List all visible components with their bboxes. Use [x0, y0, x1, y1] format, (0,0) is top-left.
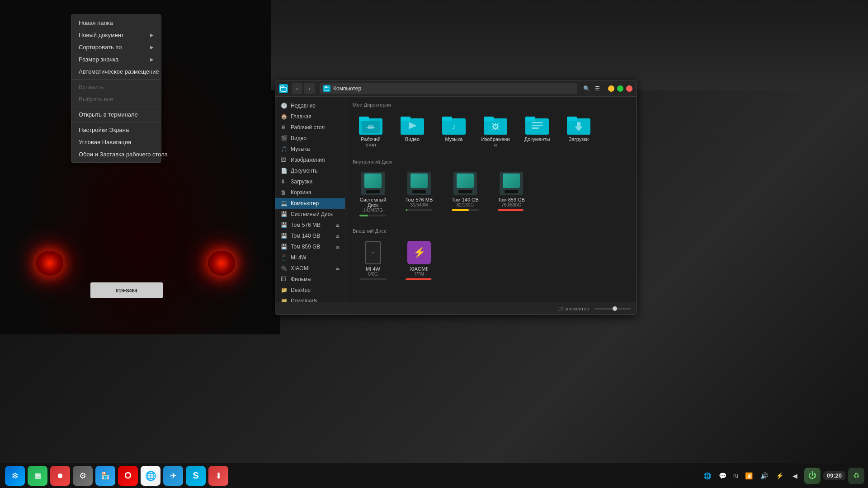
disk-system[interactable]: Системный Диск 143/457G — [353, 169, 393, 219]
sidebar-item-computer[interactable]: 💻 Компьютер — [275, 198, 345, 209]
address-bar[interactable]: Компьютер — [320, 83, 577, 94]
context-divider-3 — [71, 122, 161, 122]
license-plate: 019•S464 — [90, 282, 163, 298]
recorder-icon: ⏺ — [57, 472, 64, 480]
eject-icon[interactable]: ⏏ — [335, 266, 340, 271]
section-title-external: Внешний Диск — [353, 228, 629, 234]
context-sort-by[interactable]: Сортировать по ▶ — [71, 41, 161, 53]
telegram-icon: ✈ — [170, 471, 177, 481]
deepin-icon: ❄ — [11, 470, 19, 481]
usb-icon: ⚡ — [407, 241, 431, 264]
computer-icon: 💻 — [281, 200, 287, 206]
sidebar-item-vol-140[interactable]: 💾 Том 140 GB ⏏ — [275, 230, 345, 241]
sidebar-item-downloads[interactable]: ⬇ Загрузки — [275, 176, 345, 187]
tray-power-button[interactable]: ⏻ — [804, 468, 821, 484]
sidebar-item-vol-576[interactable]: 💾 Том 576 MB ⏏ — [275, 220, 345, 230]
context-corner-nav[interactable]: Угловая Навигация — [71, 136, 161, 148]
section-title-internal: Внутренний Диск — [353, 159, 629, 164]
sidebar-item-documents[interactable]: 📄 Документы — [275, 165, 345, 176]
sidebar-item-music[interactable]: 🎵 Музыка — [275, 144, 345, 155]
disk-vol859-icon — [500, 172, 523, 195]
taskbar-skype[interactable]: S — [186, 466, 206, 486]
disk-vol576[interactable]: Том 576 MB 31/549M — [399, 169, 439, 219]
folder-music[interactable]: ♪ Музыка — [436, 112, 472, 150]
context-display-settings[interactable]: Настройки Экрана — [71, 124, 161, 136]
svg-text:♪: ♪ — [452, 122, 456, 131]
tray-back[interactable]: ◀ — [789, 469, 802, 482]
disk-vol576-icon — [407, 172, 431, 195]
context-new-document[interactable]: Новый документ ▶ — [71, 29, 161, 41]
window-close-button[interactable] — [626, 85, 632, 92]
tray-bluetooth[interactable]: ⚡ — [774, 469, 786, 482]
clock-icon: 🕐 — [281, 103, 287, 109]
folder-images[interactable]: 🖼 Изображения — [477, 112, 514, 150]
svg-rect-8 — [368, 125, 373, 129]
tray-volume[interactable]: 🔊 — [758, 469, 771, 482]
nav-forward-button[interactable]: › — [304, 83, 315, 94]
submenu-arrow: ▶ — [150, 57, 154, 62]
context-new-folder[interactable]: Новая папка — [71, 17, 161, 29]
taskbar-telegram[interactable]: ✈ — [163, 466, 183, 486]
window-maximize-button[interactable] — [617, 85, 623, 92]
address-text: Компьютер — [333, 85, 361, 92]
context-icon-size[interactable]: Размер значка ▶ — [71, 53, 161, 66]
device-mi4w[interactable]: MI 4W 0/0G — [353, 238, 393, 283]
sidebar-item-system-disk[interactable]: 💾 Системный Диск — [275, 209, 345, 220]
eject-icon[interactable]: ⏏ — [335, 223, 340, 228]
folder-documents[interactable]: Документы — [519, 112, 555, 150]
eject-icon[interactable]: ⏏ — [335, 244, 340, 249]
taskbar-file-manager[interactable]: ▦ — [28, 466, 47, 486]
disk-vol140-icon — [453, 172, 477, 195]
context-wallpaper[interactable]: Обои и Заставка рабочего стола — [71, 148, 161, 160]
tray-globe[interactable]: 🌐 — [701, 469, 713, 482]
download-icon: ⬇ — [281, 178, 287, 185]
disk-icon: 💾 — [281, 222, 287, 228]
tray-recycle[interactable]: ♻ — [848, 468, 864, 484]
disk-vol859[interactable]: Том 859 GB 750/800G — [491, 169, 532, 219]
context-auto-arrange[interactable]: Автоматическое размещение — [71, 66, 161, 78]
search-button[interactable]: 🔍 — [581, 83, 592, 94]
device-mi4w-progress — [359, 278, 387, 280]
sidebar-item-xiaomi[interactable]: 🔌 XIAOMI ⏏ — [275, 263, 345, 274]
eject-icon[interactable]: ⏏ — [335, 234, 340, 239]
taskbar-opera[interactable]: O — [118, 466, 138, 486]
folder-desktop[interactable]: Рабочий стол — [353, 112, 389, 150]
tray-lang[interactable]: ru — [731, 473, 740, 479]
context-select-all: Выбрать все — [71, 93, 161, 105]
sidebar-item-mi4w[interactable]: 📱 MI 4W — [275, 252, 345, 263]
sidebar-item-vol-859[interactable]: 💾 Том 859 GB ⏏ — [275, 241, 345, 252]
usb-icon: 🔌 — [281, 265, 287, 272]
disk-vol140[interactable]: Том 140 GB 82/130G — [445, 169, 486, 219]
taskbar-recorder[interactable]: ⏺ — [50, 466, 70, 486]
view-menu-button[interactable]: ☰ — [592, 83, 603, 94]
sidebar-item-desktop[interactable]: 🖥 Рабочий стол — [275, 122, 345, 133]
folder-downloads[interactable]: Загрузки — [561, 112, 597, 150]
sidebar-item-recent[interactable]: 🕐 Недавние — [275, 100, 345, 111]
tray-time[interactable]: 09:20 — [823, 471, 845, 480]
tray-wifi[interactable]: 📶 — [743, 469, 755, 482]
folder-video[interactable]: Видео — [394, 112, 430, 150]
device-xiaomi[interactable]: ⚡ XIAOMI! 7/7M — [399, 238, 439, 283]
folder-images-label: Изображения — [480, 136, 511, 147]
sidebar-item-trash[interactable]: 🗑 Корзина — [275, 187, 345, 198]
nav-back-button[interactable]: ‹ — [292, 83, 302, 94]
taskbar-settings[interactable]: ⚙ — [73, 466, 93, 486]
sidebar-item-video[interactable]: 🎬 Видео — [275, 133, 345, 144]
folder-documents-label: Документы — [524, 136, 550, 142]
window-minimize-button[interactable] — [608, 85, 614, 92]
taskbar-chrome[interactable]: 🌐 — [141, 466, 160, 486]
sidebar-item-home[interactable]: 🏠 Главная — [275, 111, 345, 122]
taskbar-store[interactable]: 🏪 — [95, 466, 115, 486]
context-open-terminal[interactable]: Открыть в терминале — [71, 108, 161, 121]
taskbar-transmission[interactable]: ⬇ — [208, 466, 228, 486]
desktop-context-menu: Новая папка Новый документ ▶ Сортировать… — [71, 14, 161, 163]
tray-chat[interactable]: 💬 — [716, 469, 729, 482]
sidebar-item-desktop2[interactable]: 📁 Desktop — [275, 285, 345, 296]
taskbar-deepin-launcher[interactable]: ❄ — [5, 466, 25, 486]
device-xiaomi-sub: 7/7M — [414, 272, 424, 277]
sidebar-item-images[interactable]: 🖼 Изображения — [275, 155, 345, 165]
zoom-slider[interactable] — [594, 308, 631, 310]
sidebar-item-downloads2[interactable]: 📁 Downloads — [275, 296, 345, 302]
music-icon: 🎵 — [281, 146, 287, 152]
sidebar-item-movies[interactable]: 🎞 Фильмы — [275, 274, 345, 285]
